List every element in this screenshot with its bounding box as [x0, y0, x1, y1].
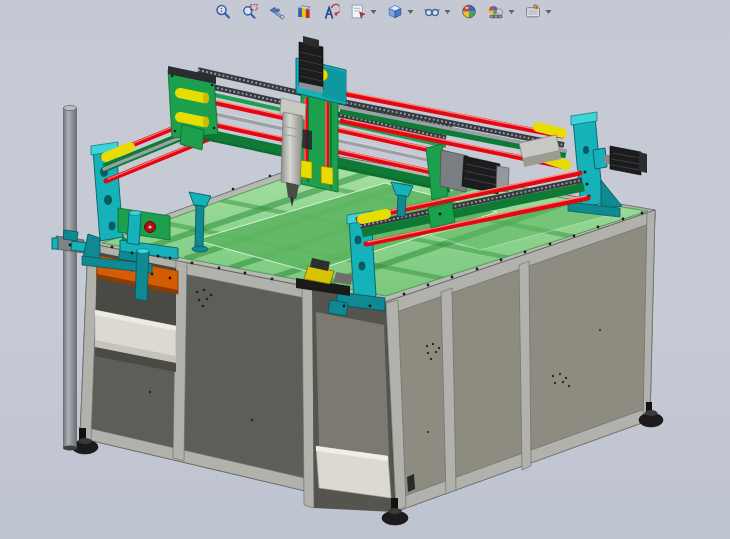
- cad-graphics-area[interactable]: [0, 0, 730, 539]
- cnc-machine-assembly[interactable]: [0, 0, 730, 539]
- edit-appearance-button[interactable]: [460, 2, 479, 21]
- view-settings-icon: [525, 3, 542, 20]
- section-view-button[interactable]: [295, 2, 314, 21]
- zoom-to-fit-icon: [215, 3, 232, 20]
- hide-show-items-icon: [424, 3, 441, 20]
- section-view-icon: [296, 3, 313, 20]
- display-style-icon: [387, 3, 404, 20]
- previous-view-icon: [269, 3, 286, 20]
- z-axis-motor[interactable]: [299, 36, 323, 93]
- hide-show-items-button[interactable]: [423, 2, 442, 21]
- zoom-to-area-icon: [242, 3, 259, 20]
- open-bay[interactable]: [312, 286, 395, 512]
- zoom-to-fit-button[interactable]: [214, 2, 233, 21]
- z-axis-assembly[interactable]: [280, 36, 346, 207]
- edit-appearance-icon: [461, 3, 478, 20]
- display-style-dropdown[interactable]: [407, 8, 415, 16]
- view-orientation-dropdown[interactable]: [370, 8, 378, 16]
- display-style-button[interactable]: [386, 2, 405, 21]
- heads-up-view-toolbar: [210, 1, 557, 22]
- previous-view-button[interactable]: [268, 2, 287, 21]
- zoom-to-area-button[interactable]: [241, 2, 260, 21]
- apply-scene-button[interactable]: [487, 2, 506, 21]
- apply-scene-dropdown[interactable]: [508, 8, 516, 16]
- apply-scene-icon: [488, 3, 505, 20]
- dynamic-annotation-views-button[interactable]: [322, 2, 341, 21]
- view-settings-button[interactable]: [524, 2, 543, 21]
- right-drive-motor[interactable]: [593, 146, 647, 175]
- hide-show-items-dropdown[interactable]: [444, 8, 452, 16]
- view-orientation-button[interactable]: [349, 2, 368, 21]
- dynamic-annotation-views-icon: [323, 3, 340, 20]
- view-orientation-icon: [350, 3, 367, 20]
- left-cable-post[interactable]: [52, 105, 84, 450]
- view-settings-dropdown[interactable]: [545, 8, 553, 16]
